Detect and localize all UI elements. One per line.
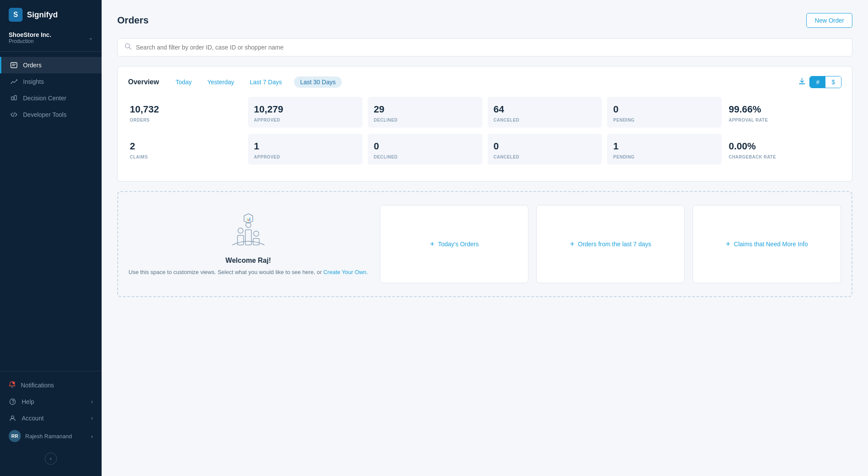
tab-last-30-days[interactable]: Last 30 Days (294, 76, 342, 88)
widget-card-todays-orders[interactable]: +Today's Orders (380, 205, 528, 283)
account-arrow-icon: › (91, 415, 93, 421)
sidebar-item-help[interactable]: ? Help › (0, 393, 102, 410)
svg-line-12 (129, 48, 132, 50)
plus-icon: + (570, 240, 574, 249)
sidebar-item-orders[interactable]: Orders (0, 57, 102, 73)
sidebar-collapse-button[interactable]: ‹ (45, 453, 57, 465)
tab-last-7-days[interactable]: Last 7 Days (246, 77, 285, 87)
widget-label: Today's Orders (438, 241, 479, 248)
download-icon[interactable] (798, 77, 806, 87)
stat-value: 64 (494, 104, 596, 115)
widget-card-orders-last-7-days[interactable]: +Orders from the last 7 days (536, 205, 685, 283)
svg-point-10 (11, 416, 14, 419)
stat-label: APPROVED (254, 155, 356, 159)
stat-value: 0 (494, 141, 596, 152)
stat-card: 99.66%APPROVAL RATE (727, 97, 842, 128)
logo-icon: S (9, 8, 23, 22)
widget-card-claims-need-info[interactable]: +Claims that Need More Info (693, 205, 841, 283)
svg-point-19 (254, 231, 259, 236)
page-header: Orders New Order (117, 13, 852, 28)
sidebar-item-decision-center[interactable]: Decision Center (0, 90, 102, 106)
sidebar-bottom: Notifications ? Help › Account › RR Raje… (0, 371, 102, 476)
logo-text: Signifyd (27, 10, 58, 20)
main-content: Orders New Order Overview Today Yesterda… (102, 0, 868, 476)
decision-center-icon (10, 94, 18, 102)
toggle-dollar-button[interactable]: $ (825, 76, 841, 88)
svg-rect-5 (14, 96, 17, 100)
stat-label: CHARGEBACK RATE (729, 155, 835, 159)
overview-title: Overview (128, 78, 159, 86)
notifications-label: Notifications (21, 382, 54, 389)
sidebar-item-orders-label: Orders (23, 62, 42, 69)
sidebar-item-insights-label: Insights (23, 78, 44, 85)
svg-line-6 (13, 112, 15, 117)
stat-label: PENDING (613, 118, 716, 122)
stat-label: APPROVAL RATE (729, 118, 835, 122)
overview-header: Overview Today Yesterday Last 7 Days Las… (128, 76, 842, 88)
sidebar-nav: Orders Insights Decision Center Develope… (0, 52, 102, 371)
sidebar-item-notifications[interactable]: Notifications (0, 377, 102, 393)
plus-icon: + (430, 240, 435, 249)
widget-add-label: +Today's Orders (430, 240, 479, 249)
stat-label: ORDERS (130, 118, 237, 122)
claims-stats-row: 2CLAIMS1APPROVED0DECLINED0CANCELED1PENDI… (128, 134, 842, 165)
account-icon (9, 414, 17, 422)
search-bar (117, 38, 852, 56)
toggle-group: # $ (809, 76, 842, 88)
stat-value: 10,279 (254, 104, 356, 115)
stat-value: 0.00% (729, 141, 835, 152)
stat-label: CLAIMS (130, 155, 237, 159)
new-order-button[interactable]: New Order (806, 13, 852, 28)
help-label: Help (22, 398, 34, 405)
sidebar-account[interactable]: ShoeStore Inc. Production ⌄ (0, 28, 102, 52)
developer-tools-icon (10, 111, 18, 119)
help-arrow-icon: › (91, 399, 93, 405)
toggle-hash-button[interactable]: # (810, 76, 825, 88)
account-chevron-icon: ⌄ (89, 35, 93, 41)
stat-card: 10,279APPROVED (248, 97, 363, 128)
user-row[interactable]: RR Rajesh Ramanand › (0, 426, 102, 448)
stat-card: 1PENDING (607, 134, 722, 165)
stat-label: CANCELED (494, 155, 596, 159)
insights-icon (10, 78, 18, 86)
svg-point-7 (13, 382, 15, 384)
svg-rect-15 (245, 230, 251, 245)
orders-stats-row: 10,732ORDERS10,279APPROVED29DECLINED64CA… (128, 97, 842, 128)
welcome-title: Welcome Raj! (225, 257, 271, 264)
svg-text:📊: 📊 (246, 216, 251, 221)
widget-label: Orders from the last 7 days (578, 241, 651, 248)
svg-rect-13 (799, 83, 805, 84)
stat-value: 0 (613, 104, 716, 115)
search-icon (125, 43, 132, 52)
stat-card: 64CANCELED (488, 97, 602, 128)
tab-today[interactable]: Today (172, 77, 195, 87)
stat-value: 2 (130, 141, 237, 152)
tab-yesterday[interactable]: Yesterday (204, 77, 238, 87)
create-your-own-link[interactable]: Create Your Own. (323, 269, 368, 275)
sidebar-item-developer-tools[interactable]: Developer Tools (0, 106, 102, 123)
help-icon: ? (9, 398, 17, 406)
search-input[interactable] (136, 44, 845, 51)
user-name: Rajesh Ramanand (25, 433, 72, 440)
stat-label: APPROVED (254, 118, 356, 122)
notification-icon-wrap (9, 381, 16, 389)
widget-add-label: +Orders from the last 7 days (570, 240, 651, 249)
plus-icon: + (726, 240, 731, 249)
widget-cards: +Today's Orders+Orders from the last 7 d… (380, 205, 841, 283)
sidebar: S Signifyd ShoeStore Inc. Production ⌄ O… (0, 0, 102, 476)
sidebar-item-developer-tools-label: Developer Tools (23, 111, 66, 118)
stat-card: 1APPROVED (248, 134, 363, 165)
account-env: Production (9, 38, 51, 44)
svg-text:?: ? (12, 400, 14, 404)
sidebar-item-decision-center-label: Decision Center (23, 95, 66, 102)
sidebar-item-insights[interactable]: Insights (0, 73, 102, 90)
stat-value: 99.66% (729, 104, 835, 115)
account-label: Account (22, 415, 44, 422)
customize-section: 📊 Welcome Raj! Use this space to customi… (117, 191, 852, 297)
stat-value: 1 (254, 141, 356, 152)
overview-card: Overview Today Yesterday Last 7 Days Las… (117, 66, 852, 182)
stat-card: 10,732ORDERS (128, 97, 243, 128)
stat-label: DECLINED (374, 118, 476, 122)
svg-rect-0 (11, 63, 17, 68)
sidebar-item-account[interactable]: Account › (0, 410, 102, 426)
